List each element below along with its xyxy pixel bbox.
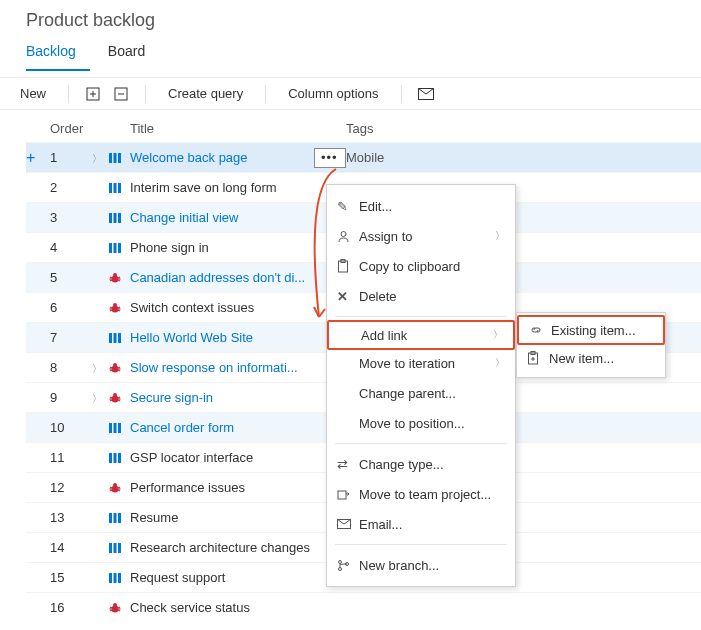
svg-line-31 — [118, 310, 120, 311]
svg-line-50 — [118, 400, 120, 401]
email-icon[interactable] — [416, 84, 436, 104]
menu-edit[interactable]: ✎Edit... — [327, 191, 515, 221]
svg-line-22 — [110, 280, 112, 281]
order-cell: 11 — [50, 450, 92, 465]
menu-email[interactable]: Email... — [327, 509, 515, 539]
order-cell: 13 — [50, 510, 92, 525]
pbi-icon — [108, 421, 130, 435]
work-item-title[interactable]: Hello World Web Site — [130, 330, 314, 345]
add-child-icon[interactable]: + — [26, 149, 35, 166]
svg-rect-9 — [109, 183, 112, 193]
column-options-button[interactable]: Column options — [280, 82, 386, 105]
menu-add-link[interactable]: Add link〉 — [327, 320, 515, 350]
pbi-icon — [108, 181, 130, 195]
table-row[interactable]: 16Check service status — [26, 592, 701, 622]
tab-backlog[interactable]: Backlog — [26, 37, 90, 71]
work-item-title[interactable]: Performance issues — [130, 480, 314, 495]
svg-rect-67 — [109, 513, 112, 523]
svg-rect-14 — [118, 213, 121, 223]
menu-divider — [335, 443, 507, 444]
work-item-title[interactable]: Interim save on long form — [130, 180, 314, 195]
person-icon — [337, 230, 359, 243]
menu-change-type[interactable]: ⇄Change type... — [327, 449, 515, 479]
menu-delete[interactable]: ✕Delete — [327, 281, 515, 311]
svg-rect-34 — [109, 333, 112, 343]
add-icon[interactable] — [83, 84, 103, 104]
chevron-right-icon[interactable]: 〉 — [92, 153, 102, 164]
svg-rect-11 — [118, 183, 121, 193]
work-item-title[interactable]: Welcome back page — [130, 150, 314, 165]
bug-icon — [108, 601, 130, 615]
link-icon — [529, 323, 551, 337]
chevron-right-icon[interactable]: 〉 — [92, 363, 102, 374]
separator — [68, 85, 69, 103]
tab-board[interactable]: Board — [108, 37, 159, 71]
menu-move-team[interactable]: Move to team project... — [327, 479, 515, 509]
svg-line-42 — [118, 370, 120, 371]
svg-point-38 — [113, 363, 117, 367]
page-title: Product backlog — [0, 0, 701, 37]
svg-rect-55 — [118, 423, 121, 433]
work-item-title[interactable]: Secure sign-in — [130, 390, 314, 405]
remove-icon[interactable] — [111, 84, 131, 104]
work-item-title[interactable]: Cancel order form — [130, 420, 314, 435]
toolbar: New Create query Column options — [0, 77, 701, 110]
svg-line-49 — [110, 400, 112, 401]
svg-rect-68 — [114, 513, 117, 523]
row-actions-button[interactable]: ••• — [314, 148, 346, 168]
svg-rect-57 — [114, 453, 117, 463]
menu-change-parent[interactable]: Change parent... — [327, 378, 515, 408]
work-item-title[interactable]: Change initial view — [130, 210, 314, 225]
new-button[interactable]: New — [12, 82, 54, 105]
col-order[interactable]: Order — [50, 121, 92, 136]
svg-line-30 — [110, 310, 112, 311]
svg-point-84 — [341, 231, 346, 236]
clipboard-plus-icon — [527, 351, 549, 365]
svg-point-77 — [113, 603, 117, 607]
create-query-button[interactable]: Create query — [160, 82, 251, 105]
menu-new-branch[interactable]: New branch... — [327, 550, 515, 580]
branch-icon — [337, 559, 359, 572]
svg-point-27 — [113, 303, 117, 307]
work-item-title[interactable]: GSP locator interface — [130, 450, 314, 465]
svg-line-21 — [118, 277, 120, 278]
svg-line-39 — [110, 367, 112, 368]
col-title[interactable]: Title — [130, 121, 314, 136]
table-row[interactable]: +1〉Welcome back page•••Mobile — [26, 142, 701, 172]
chevron-right-icon: 〉 — [495, 229, 505, 243]
work-item-title[interactable]: Canadian addresses don't di... — [130, 270, 314, 285]
pbi-icon — [108, 331, 130, 345]
work-item-title[interactable]: Resume — [130, 510, 314, 525]
menu-move-iteration[interactable]: Move to iteration〉 — [327, 348, 515, 378]
bug-icon — [108, 391, 130, 405]
order-cell: 5 — [50, 270, 92, 285]
menu-move-position[interactable]: Move to position... — [327, 408, 515, 438]
work-item-title[interactable]: Phone sign in — [130, 240, 314, 255]
work-item-title[interactable]: Request support — [130, 570, 314, 585]
separator — [265, 85, 266, 103]
svg-rect-17 — [118, 243, 121, 253]
svg-rect-12 — [109, 213, 112, 223]
svg-line-40 — [118, 367, 120, 368]
svg-rect-87 — [338, 491, 346, 499]
svg-point-60 — [113, 483, 117, 487]
submenu-new-item[interactable]: New item... — [517, 343, 665, 373]
col-tags[interactable]: Tags — [346, 121, 701, 136]
menu-assign-to[interactable]: Assign to〉 — [327, 221, 515, 251]
chevron-right-icon[interactable]: 〉 — [92, 393, 102, 404]
change-type-icon: ⇄ — [337, 457, 359, 472]
chevron-right-icon: 〉 — [495, 356, 505, 370]
svg-line-78 — [110, 607, 112, 608]
menu-divider — [335, 316, 507, 317]
svg-rect-8 — [118, 153, 121, 163]
work-item-title[interactable]: Slow response on informati... — [130, 360, 314, 375]
menu-copy[interactable]: Copy to clipboard — [327, 251, 515, 281]
work-item-title[interactable]: Check service status — [130, 600, 314, 615]
work-item-title[interactable]: Switch context issues — [130, 300, 314, 315]
svg-line-79 — [118, 607, 120, 608]
svg-rect-75 — [118, 573, 121, 583]
svg-line-48 — [118, 397, 120, 398]
work-item-title[interactable]: Research architecture changes — [130, 540, 314, 555]
submenu-existing-item[interactable]: Existing item... — [517, 315, 665, 345]
order-cell: 7 — [50, 330, 92, 345]
